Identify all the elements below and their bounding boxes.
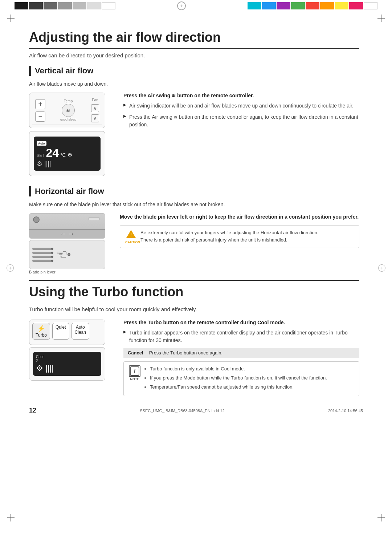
ac-louver-area: ← → — [29, 229, 105, 238]
remote-image-col: + − Temp ≋ good sleep Fan ∧ ∨ — [29, 93, 113, 179]
section1-intro: Air flow can be directed to your desired… — [29, 52, 359, 58]
arrow-left: ← — [60, 230, 66, 238]
auto-tag: Auto — [37, 141, 46, 146]
horizontal-content-row: ← → — [29, 213, 359, 274]
horizontal-airflow-desc: Make sure one of the blade pin lever tha… — [29, 202, 359, 207]
remote-right-btns: Fan ∧ ∨ — [91, 98, 99, 122]
vertical-bullet-list: Air swing indicator will be on and air f… — [123, 102, 359, 129]
cancel-label: Cancel — [128, 350, 143, 356]
page-number: 12 — [29, 407, 36, 414]
swing-icon: ≋ — [172, 93, 177, 98]
turbo-remote-top: ⚡ Turbo Quiet Auto Clean — [29, 320, 105, 345]
color-swatch — [73, 2, 86, 9]
ac-unit-body: ← → — [29, 214, 105, 238]
lever-line-4 — [32, 260, 52, 262]
turbo-display-screen: Cool 2 ⚙︎ |||| — [33, 352, 101, 376]
lever-line-2 — [32, 252, 52, 254]
color-swatch — [277, 2, 290, 9]
good-sleep-label: good sleep — [60, 118, 76, 121]
temp-minus-btn: − — [35, 111, 45, 122]
fan-up-btn: ∧ — [91, 104, 99, 112]
vertical-airflow-title: Vertical air flow — [35, 66, 93, 76]
hand-icon: ☞ — [56, 247, 68, 262]
auto-label: Auto — [76, 325, 85, 330]
temp-label: Temp — [64, 99, 73, 103]
remote-top-row: + − Temp ≋ good sleep Fan ∧ ∨ — [32, 96, 102, 125]
caution-line-1: Be extremely careful with your fingers w… — [140, 230, 319, 235]
fan-down-btn: ∨ — [91, 114, 99, 122]
auto-clean-btn: Auto Clean — [72, 323, 89, 340]
turbo-item: Turbo — [148, 320, 162, 325]
note-svg: i — [130, 366, 140, 376]
remote-controller-display: Auto SET 24 °C ❄ ⚙︎ |||| — [29, 131, 105, 176]
reg-mark-bl — [7, 514, 15, 521]
color-swatch — [29, 2, 43, 9]
color-swatch — [291, 2, 305, 9]
note-item-3: Temperature/Fan speed cannot be adjusted… — [150, 383, 327, 391]
fan-icon: ⚙︎ |||| — [36, 364, 98, 373]
color-swatch — [320, 2, 334, 9]
svg-text:!: ! — [130, 232, 132, 237]
set-label: SET — [37, 153, 44, 158]
remote-left-btns: + − — [35, 99, 45, 122]
remote-center: Temp ≋ good sleep — [60, 99, 76, 121]
section-divider — [29, 280, 359, 281]
note-icon-area: i NOTE — [129, 365, 140, 381]
lever-line-3 — [32, 256, 52, 258]
caution-icon-area: ! CAUTION — [125, 229, 137, 244]
compass-mark: ✛ — [177, 1, 186, 10]
ac-logo — [33, 216, 40, 223]
color-swatch — [349, 2, 363, 9]
note-box: i NOTE Turbo function is only available … — [123, 361, 359, 396]
horizontal-instructions-col: Move the blade pin lever left or right t… — [120, 213, 359, 248]
turbo-section: Using the Turbo function Turbo function … — [29, 280, 359, 396]
turbo-label: Turbo — [36, 333, 47, 338]
caution-label: CAUTION — [125, 240, 137, 244]
cancel-text: Press the Turbo button once again. — [149, 350, 222, 356]
quiet-label: Quiet — [56, 325, 66, 330]
section1-title: Adjusting the air flow direction — [29, 30, 359, 49]
arrow-right: → — [68, 230, 74, 238]
press-the-turbo: Press the — [123, 320, 148, 325]
ac-image-col: ← → — [29, 213, 113, 274]
finger-illustration: ☞ — [29, 240, 105, 269]
temp-plus-btn: + — [35, 99, 45, 109]
bullet-item-2: Press the Air swing ≋ button on the remo… — [123, 113, 359, 129]
turbo-image-col: ⚡ Turbo Quiet Auto Clean — [29, 320, 113, 381]
file-info: SSEC_UMG_IB&IM_DB68-04508A_EN.indd 12 — [140, 409, 225, 413]
horizontal-airflow-title: Horizontal air flow — [35, 187, 104, 196]
color-swatch — [364, 2, 377, 9]
top-bar: ✛ — [0, 0, 392, 12]
date-info: 2014-2-10 14:56:45 — [328, 409, 363, 413]
fan-speed-icon: ⚙︎ |||| — [37, 160, 98, 168]
note-content: Turbo function is only available in Cool… — [144, 365, 327, 392]
blade-hand-view: ☞ — [29, 240, 105, 269]
blade-pin — [68, 253, 70, 256]
caution-text: Be extremely careful with your fingers w… — [140, 229, 319, 243]
clean-label: Clean — [75, 330, 86, 335]
turbo-instructions-col: Press the Turbo button on the remote con… — [123, 320, 359, 396]
remote-temp-display: SET 24 °C ❄ — [37, 146, 98, 160]
quiet-btn: Quiet — [52, 323, 69, 340]
section2-intro: Turbo function will be helpful to cool y… — [29, 306, 359, 312]
vertical-airflow-desc: Air flow blades move up and down. — [29, 81, 359, 87]
vertical-instructions-col: Press the Air swing ≋ button on the remo… — [123, 93, 359, 132]
caution-line-2: There is a potential risk of personal in… — [140, 237, 287, 243]
page-content: Adjusting the air flow direction Air flo… — [0, 12, 392, 425]
color-block-right — [248, 2, 377, 9]
turbo-icon: ⚡ — [37, 325, 45, 333]
note-list: Turbo function is only available in Cool… — [144, 365, 327, 391]
fan-label: Fan — [92, 98, 98, 102]
subsection-bar — [29, 66, 31, 76]
ac-top-view: ← → — [29, 213, 105, 239]
turbo-bullet-list: Turbo indicator appears on the remote co… — [123, 329, 359, 344]
color-swatch — [44, 2, 57, 9]
press-the-label: Press the — [123, 93, 147, 98]
snowflake-icon: ❄ — [68, 151, 72, 158]
air-swing-label: Air swing — [147, 93, 172, 98]
cool-label: Cool — [36, 355, 98, 359]
note-label: NOTE — [130, 377, 139, 381]
lever-lines — [32, 248, 52, 262]
turbo-btns-row: ⚡ Turbo Quiet Auto Clean — [32, 323, 102, 340]
turbo-btn: ⚡ Turbo — [32, 323, 50, 340]
